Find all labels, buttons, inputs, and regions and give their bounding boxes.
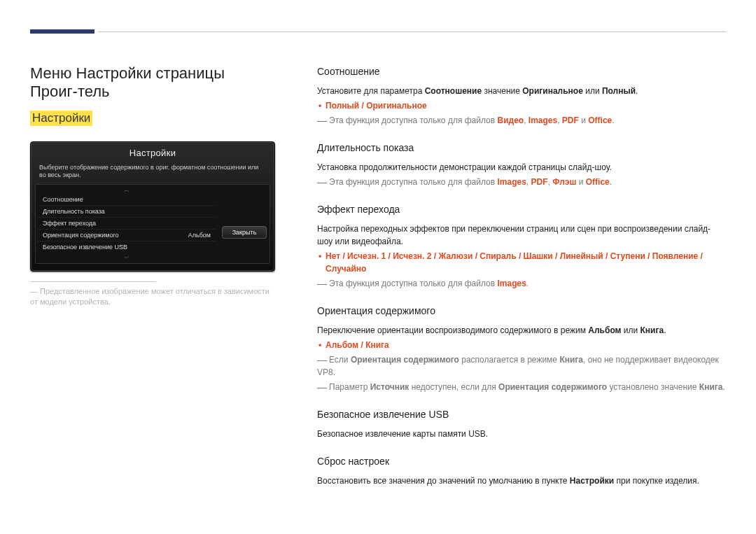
osd-description: Выберите отображение содержимого в ориг.… bbox=[35, 162, 270, 184]
section-transition: Эффект перехода Настройка переходных эфф… bbox=[317, 202, 726, 290]
section-note: ―Если Ориентация содержимого располагает… bbox=[317, 353, 726, 379]
dash-icon: ― bbox=[317, 354, 327, 365]
main-layout: Меню Настройки страницы Проиг-тель Настр… bbox=[30, 64, 726, 501]
section-usb: Безопасное извлечение USB Безопасное изв… bbox=[317, 407, 726, 440]
osd-item-label: Безопасное извлечение USB bbox=[43, 244, 127, 251]
osd-item-usb[interactable]: Безопасное извлечение USB bbox=[37, 241, 216, 253]
osd-item-ratio[interactable]: Соотношение bbox=[37, 194, 216, 206]
right-column: Соотношение Установите для параметра Соо… bbox=[317, 64, 726, 501]
osd-item-value: Альбом bbox=[188, 232, 211, 239]
dash-icon: ― bbox=[317, 115, 327, 126]
section-title: Сброс настроек bbox=[317, 454, 726, 469]
header-divider bbox=[98, 31, 726, 32]
image-disclaimer: ―Представленное изображение может отлича… bbox=[30, 286, 275, 308]
chevron-up-icon[interactable]: ︿ bbox=[37, 186, 216, 194]
section-title: Ориентация содержимого bbox=[317, 304, 726, 318]
dash-icon: ― bbox=[317, 381, 327, 393]
section-title: Длительность показа bbox=[317, 141, 726, 155]
dash-icon: ― bbox=[317, 176, 327, 188]
section-title: Эффект перехода bbox=[317, 202, 726, 217]
header-rule bbox=[30, 14, 726, 49]
section-note: ―Эта функция доступна только для файлов … bbox=[317, 176, 726, 188]
section-orientation: Ориентация содержимого Переключение орие… bbox=[317, 304, 726, 393]
section-title: Соотношение bbox=[317, 64, 726, 79]
dash-icon: ― bbox=[317, 278, 327, 289]
option-list: Нет / Исчезн. 1 / Исчезн. 2 / Жалюзи / С… bbox=[317, 250, 726, 275]
caption-rule bbox=[30, 281, 156, 282]
osd-item-orientation[interactable]: Ориентация содержимого Альбом bbox=[37, 230, 216, 241]
section-desc: Настройка переходных эффектов при перекл… bbox=[317, 223, 726, 248]
page-title: Меню Настройки страницы Проиг-тель bbox=[30, 64, 275, 101]
dash-icon: ― bbox=[30, 287, 38, 295]
osd-panel: Настройки Выберите отображение содержимо… bbox=[30, 141, 275, 272]
osd-item-label: Соотношение bbox=[43, 196, 83, 203]
section-desc: Безопасное извлечение карты памяти USB. bbox=[317, 428, 726, 440]
option-list: Альбом / Книга bbox=[317, 339, 726, 351]
osd-title: Настройки bbox=[35, 146, 270, 162]
close-button[interactable]: Закрыть bbox=[222, 226, 267, 239]
section-note: ―Эта функция доступна только для файлов … bbox=[317, 114, 726, 127]
section-desc: Установка продолжительности демонстрации… bbox=[317, 161, 726, 174]
chevron-down-icon[interactable]: ﹀ bbox=[37, 254, 216, 262]
left-column: Меню Настройки страницы Проиг-тель Настр… bbox=[30, 64, 275, 501]
header-accent bbox=[30, 29, 94, 34]
osd-list: ︿ Соотношение Длительность показа Эффект… bbox=[37, 186, 216, 262]
osd-side: Закрыть bbox=[220, 186, 268, 262]
osd-item-label: Длительность показа bbox=[43, 208, 105, 215]
disclaimer-text: Представленное изображение может отличат… bbox=[30, 287, 270, 306]
section-ratio: Соотношение Установите для параметра Соо… bbox=[317, 64, 726, 127]
osd-body: ︿ Соотношение Длительность показа Эффект… bbox=[35, 184, 270, 264]
section-desc: Установите для параметра Соотношение зна… bbox=[317, 85, 726, 97]
section-note: ―Эта функция доступна только для файлов … bbox=[317, 277, 726, 290]
section-note: ―Параметр Источник недоступен, если для … bbox=[317, 381, 726, 393]
osd-item-duration[interactable]: Длительность показа bbox=[37, 206, 216, 218]
section-desc: Переключение ориентации воспроизводимого… bbox=[317, 324, 726, 337]
section-reset: Сброс настроек Восстановить все значения… bbox=[317, 454, 726, 487]
option-list: Полный / Оригинальное bbox=[317, 99, 726, 112]
section-desc: Восстановить все значения до значений по… bbox=[317, 475, 726, 487]
settings-subtitle: Настройки bbox=[30, 111, 92, 126]
page: Меню Настройки страницы Проиг-тель Настр… bbox=[0, 0, 756, 534]
section-duration: Длительность показа Установка продолжите… bbox=[317, 141, 726, 188]
osd-item-label: Ориентация содержимого bbox=[43, 232, 119, 239]
osd-item-label: Эффект перехода bbox=[43, 220, 96, 227]
section-title: Безопасное извлечение USB bbox=[317, 407, 726, 422]
osd-item-transition[interactable]: Эффект перехода bbox=[37, 218, 216, 230]
